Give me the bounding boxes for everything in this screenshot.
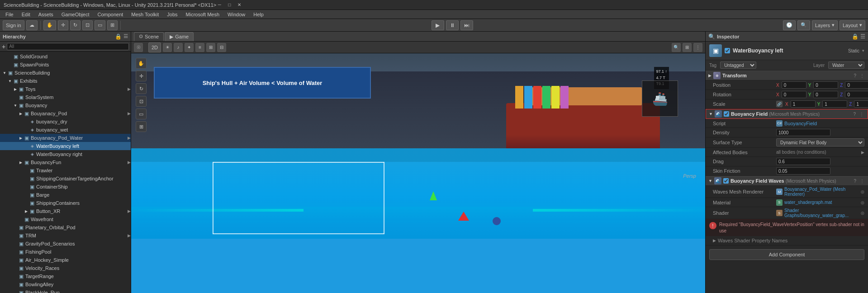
tree-item-exhibits[interactable]: ▼ ▣ Exhibits (0, 77, 131, 85)
scale-tool-button[interactable]: ⊡ (82, 20, 93, 30)
hierarchy-add-icon[interactable]: + (2, 43, 5, 50)
tree-item-air-hockey[interactable]: ▣ Air_Hockey_Simple (0, 256, 131, 264)
menu-component[interactable]: Component (94, 11, 127, 18)
tree-item-trawler[interactable]: ▣ Trawler (0, 166, 131, 175)
buoyancy-field-checkbox[interactable] (724, 111, 729, 117)
tree-item-targetrange[interactable]: ▣ TargetRange (0, 272, 131, 280)
minimize-button[interactable]: ─ (216, 2, 223, 8)
tree-item-bowlingalley[interactable]: ▣ BowlingAlley (0, 280, 131, 288)
gizmo-toggle-button[interactable]: ☉ (134, 43, 143, 52)
buoyancy-field-menu-icon[interactable]: ⋮ (859, 112, 865, 117)
menu-edit[interactable]: Edit (18, 11, 34, 18)
tag-dropdown[interactable]: Untagged (720, 61, 756, 69)
tree-item-shippingcontainers[interactable]: ▣ ShippingContainers (0, 199, 131, 207)
search-scene-button[interactable]: 🔍 (672, 43, 681, 52)
hierarchy-search-input[interactable] (7, 43, 129, 50)
bf-affected-bodies-more-icon[interactable]: ▶ (861, 150, 864, 155)
tree-item-buoyancyfun[interactable]: ▶ ▣ BuoyancyFun ▶ (0, 158, 131, 166)
scale-gizmo-button[interactable]: ⊡ (136, 96, 147, 107)
tree-item-shipping-container-targeting[interactable]: ▣ ShippingContainerTargetingAnchor (0, 175, 131, 183)
tree-item-button-xr[interactable]: ▶ ▣ Button_XR ▶ (0, 207, 131, 215)
tree-item-blackhole-run[interactable]: ▣ BlackHole_Run (0, 288, 131, 293)
transform-tool-button[interactable]: ⊞ (107, 20, 118, 30)
tree-item-velocity-races[interactable]: ▣ Velocity_Races (0, 264, 131, 272)
move-tool-button[interactable]: ✛ (58, 20, 68, 30)
fx-button[interactable]: ✦ (185, 43, 194, 52)
tree-item-spawnpoints[interactable]: ▣ SpawnPoints (0, 61, 131, 69)
bfw-shader-more-icon[interactable]: ◎ (861, 211, 864, 215)
transform-help-icon[interactable]: ? (853, 73, 857, 78)
close-button[interactable]: ✕ (236, 2, 242, 8)
grid-button[interactable]: ⊞ (683, 43, 692, 52)
tree-item-solarsystem[interactable]: ▣ SolarSystem (0, 93, 131, 101)
cloud-button[interactable]: ☁ (26, 20, 38, 30)
rotate-tool-button[interactable]: ↻ (70, 20, 81, 30)
tab-game[interactable]: ▶ Game (165, 32, 194, 41)
move-gizmo-button[interactable]: ✛ (136, 71, 147, 81)
scale-link-button[interactable]: 🔗 (776, 101, 783, 107)
sign-in-button[interactable]: Sign in (3, 20, 24, 30)
static-dropdown-arrow[interactable]: ▾ (862, 48, 864, 53)
bouyanacy-pod-water-more-icon[interactable]: ▶ (128, 136, 131, 140)
menu-microsoft-mesh[interactable]: Microsoft Mesh (182, 11, 223, 18)
scene-viewport[interactable]: Ship's Hull + Air Volume < Volume of Wat… (131, 53, 705, 293)
tree-item-buoyancy-dry[interactable]: ◈ buoyancy_dry (0, 118, 131, 126)
trm-more-icon[interactable]: ▶ (128, 233, 131, 238)
pause-button[interactable]: ⏸ (446, 20, 459, 30)
buoyancy-field-waves-checkbox[interactable] (723, 178, 729, 184)
tree-item-waterbuoyancy-left[interactable]: ◈ WaterBuoyancy left (0, 142, 131, 150)
layout-dropdown[interactable]: Layout ▾ (840, 20, 865, 30)
rect-gizmo-button[interactable]: ▭ (136, 109, 147, 119)
tree-item-trm[interactable]: ▣ TRM ▶ (0, 232, 131, 240)
hierarchy-menu-icon[interactable]: ☰ (123, 33, 128, 39)
waves-shader-property-row[interactable]: ▶ Waves Shader Property Names (706, 236, 868, 246)
tree-item-solidground[interactable]: ▣ SolidGround (0, 52, 131, 61)
scale-y-input[interactable] (822, 100, 847, 108)
search-button[interactable]: 🔍 (797, 20, 810, 30)
tree-item-gravitypod-scenarios[interactable]: ▣ GravityPod_Scenarios (0, 240, 131, 248)
menu-gameobject[interactable]: GameObject (58, 11, 93, 18)
hand-gizmo-button[interactable]: ✋ (136, 58, 147, 69)
bf-surface-type-dropdown[interactable]: Dynamic Flat Per Body (776, 138, 864, 146)
maximize-button[interactable]: □ (226, 2, 232, 8)
more-button[interactable]: ⋮ (693, 43, 702, 52)
tree-item-containership[interactable]: ▣ ContainerShip (0, 183, 131, 191)
bouyanacy-pod-more-icon[interactable]: ▶ (128, 111, 131, 116)
tab-scene[interactable]: ⊙ Scene (134, 32, 164, 41)
menu-help[interactable]: Help (250, 11, 267, 18)
menu-file[interactable]: File (2, 11, 17, 18)
rect-tool-button[interactable]: ▭ (95, 20, 105, 30)
object-enabled-checkbox[interactable] (725, 48, 730, 53)
tree-item-barge[interactable]: ▣ Barge (0, 191, 131, 199)
tree-item-wavefront[interactable]: ▣ Wavefront (0, 215, 131, 223)
transform-component-header[interactable]: ▶ ⊕ Transform ? ⋮ (706, 71, 868, 80)
buoyancy-field-component-header[interactable]: ▼ 🌊 Buoyancy Field (Microsoft Mesh Physi… (706, 109, 868, 119)
scene-settings-button[interactable]: ≡ (195, 43, 204, 52)
rotate-gizmo-button[interactable]: ↻ (136, 83, 147, 94)
scale-x-input[interactable] (791, 100, 816, 108)
layers-dropdown[interactable]: Layers ▾ (812, 20, 838, 30)
gizmos-button[interactable]: ⊞ (206, 43, 215, 52)
rotation-z-input[interactable] (845, 91, 868, 98)
bf-drag-input[interactable] (776, 158, 830, 165)
position-x-input[interactable] (782, 81, 806, 89)
bfw-mesh-renderer-more-icon[interactable]: ◎ (861, 189, 864, 194)
buoyancy-field-waves-menu-icon[interactable]: ⋮ (859, 179, 865, 184)
play-button[interactable]: ▶ (432, 20, 444, 30)
menu-jobs[interactable]: Jobs (163, 11, 181, 18)
buoyancy-field-waves-component-header[interactable]: ▼ 🌊 Buoyancy Field Waves (Microsoft Mesh… (706, 176, 868, 186)
bf-skin-friction-input[interactable] (776, 167, 830, 175)
transform-menu-icon[interactable]: ⋮ (859, 73, 865, 78)
inspector-menu-icon[interactable]: ☰ (860, 33, 865, 40)
rotation-y-input[interactable] (813, 91, 838, 98)
button-xr-more-icon[interactable]: ▶ (128, 209, 131, 213)
rotation-x-input[interactable] (782, 91, 806, 98)
tree-item-fishingpool[interactable]: ▣ FishingPool (0, 248, 131, 256)
menu-window[interactable]: Window (224, 11, 249, 18)
audio-button[interactable]: ♪ (174, 43, 183, 52)
tree-item-bouyanacy-pod[interactable]: ▶ ▣ Bouyanacy_Pod ▶ (0, 109, 131, 118)
buoyancyfun-more-icon[interactable]: ▶ (128, 160, 131, 165)
tree-item-toys[interactable]: ▶ ▣ Toys ▶ (0, 85, 131, 93)
step-button[interactable]: ⏭ (460, 20, 473, 30)
buoyancy-field-waves-help-icon[interactable]: ? (853, 179, 857, 184)
